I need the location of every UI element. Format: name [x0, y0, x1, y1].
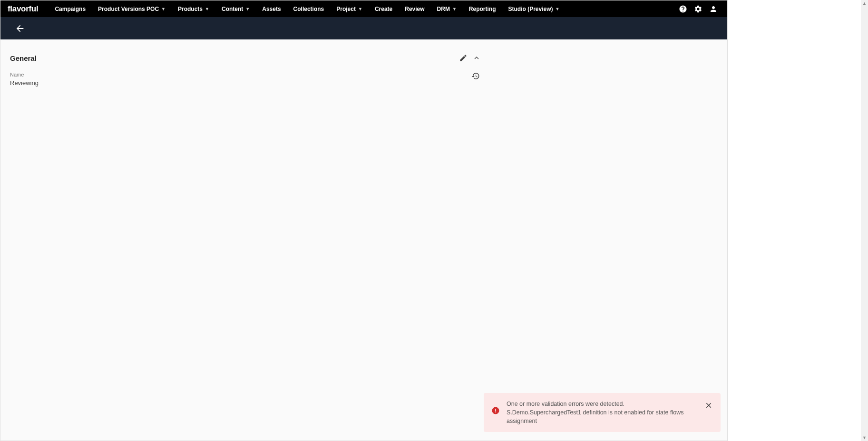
error-line-1: One or more validation errors were detec… [507, 400, 698, 408]
nav-review[interactable]: Review [399, 0, 430, 17]
settings-gear-icon[interactable] [694, 5, 702, 13]
chevron-down-icon: ▼ [452, 7, 457, 11]
nav-item-label: Products [178, 6, 203, 12]
nav-item-label: Content [222, 6, 243, 12]
nav-item-label: DRM [437, 6, 450, 12]
browser-scrollbar[interactable]: ▲ ▼ [861, 0, 868, 441]
nav-item-label: Studio (Preview) [508, 6, 553, 12]
field-name-label: Name [10, 72, 39, 77]
section-title: General [10, 54, 37, 62]
error-line-2: S.Demo.SuperchargedTest1 definition is n… [507, 408, 698, 425]
nav-studio-preview[interactable]: Studio (Preview) ▼ [502, 0, 566, 17]
nav-item-label: Reporting [469, 6, 496, 12]
nav-collections[interactable]: Collections [287, 0, 331, 17]
nav-product-versions-poc[interactable]: Product Versions POC ▼ [92, 0, 172, 17]
nav-item-label: Product Versions POC [98, 6, 159, 12]
content-area: General Name Reviewing [0, 39, 727, 441]
field-name-value: Reviewing [10, 79, 39, 86]
chevron-down-icon: ▼ [358, 7, 362, 11]
nav-campaigns[interactable]: Campaigns [49, 0, 92, 17]
edit-pencil-icon[interactable] [459, 54, 468, 62]
chevron-down-icon: ▼ [161, 7, 166, 11]
nav-assets[interactable]: Assets [256, 0, 287, 17]
section-actions [459, 54, 481, 62]
scroll-down-arrow-icon[interactable]: ▼ [862, 435, 867, 440]
nav-right-icons [679, 5, 720, 13]
nav-item-label: Campaigns [55, 6, 86, 12]
top-navigation: flavorful Campaigns Product Versions POC… [0, 0, 727, 17]
nav-drm[interactable]: DRM ▼ [431, 0, 463, 17]
field-content: Name Reviewing [10, 72, 39, 86]
brand-logo[interactable]: flavorful [8, 4, 38, 14]
field-name-row: Name Reviewing [10, 67, 481, 91]
nav-create[interactable]: Create [369, 0, 399, 17]
close-icon[interactable] [704, 401, 713, 410]
nav-content[interactable]: Content ▼ [215, 0, 256, 17]
nav-item-label: Project [336, 6, 356, 12]
section-header: General [10, 49, 481, 67]
chevron-down-icon: ▼ [205, 7, 209, 11]
nav-item-label: Assets [262, 6, 281, 12]
general-section: General Name Reviewing [10, 49, 481, 91]
scroll-up-arrow-icon[interactable]: ▲ [862, 1, 867, 6]
history-icon[interactable] [471, 72, 480, 80]
nav-item-label: Review [405, 6, 424, 12]
nav-item-label: Create [375, 6, 392, 12]
error-toast: One or more validation errors were detec… [484, 393, 721, 432]
sub-header [0, 17, 727, 39]
nav-project[interactable]: Project ▼ [330, 0, 369, 17]
nav-reporting[interactable]: Reporting [463, 0, 502, 17]
chevron-down-icon: ▼ [245, 7, 250, 11]
back-arrow-icon[interactable] [15, 23, 25, 34]
collapse-chevron-up-icon[interactable] [472, 54, 481, 62]
user-profile-icon[interactable] [709, 5, 718, 13]
error-icon [491, 406, 500, 415]
nav-items-container: Campaigns Product Versions POC ▼ Product… [49, 0, 679, 17]
error-message: One or more validation errors were detec… [507, 400, 698, 425]
nav-item-label: Collections [293, 6, 324, 12]
help-icon[interactable] [679, 5, 687, 13]
nav-products[interactable]: Products ▼ [172, 0, 215, 17]
chevron-down-icon: ▼ [556, 7, 560, 11]
history-icon-wrap [471, 72, 481, 82]
